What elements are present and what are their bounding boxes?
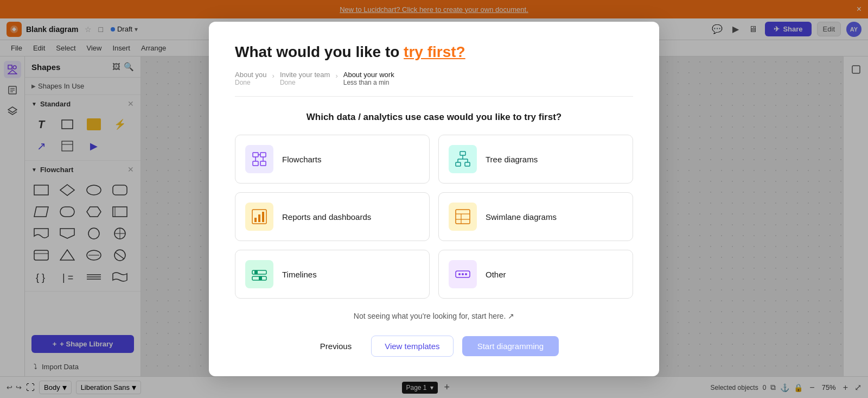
start-diagramming-button[interactable]: Start diagramming bbox=[462, 336, 559, 356]
breadcrumb-about-work: About your work Less than a min bbox=[343, 71, 394, 86]
timeline-icon-bg bbox=[245, 260, 273, 288]
options-grid: Flowcharts Tree diagrams bbox=[235, 135, 633, 299]
breadcrumb-about-work-name: About your work bbox=[343, 71, 394, 79]
svg-rect-63 bbox=[254, 270, 258, 274]
option-other[interactable]: Other bbox=[438, 250, 633, 299]
not-seeing-text: Not seeing what you're looking for, star… bbox=[235, 312, 633, 320]
flowchart-icon-bg bbox=[245, 145, 273, 173]
breadcrumb-about-you-sub: Done bbox=[235, 79, 267, 86]
svg-point-66 bbox=[458, 273, 461, 275]
tree-icon-bg bbox=[449, 145, 477, 173]
timeline-svg bbox=[251, 266, 268, 283]
modal-title-highlight: try first? bbox=[404, 43, 465, 60]
breadcrumb-invite-team-name: Invite your team bbox=[280, 71, 330, 79]
breadcrumb-sep-1: › bbox=[272, 72, 275, 80]
svg-rect-55 bbox=[258, 214, 260, 222]
onboarding-modal: What would you like to try first? About … bbox=[209, 22, 659, 376]
flowchart-svg bbox=[251, 150, 268, 168]
svg-rect-39 bbox=[253, 153, 258, 157]
other-svg bbox=[454, 266, 471, 283]
tree-label: Tree diagrams bbox=[486, 155, 538, 164]
modal-overlay: What would you like to try first? About … bbox=[0, 0, 868, 398]
svg-rect-56 bbox=[262, 212, 264, 222]
modal-footer: Previous View templates Start diagrammin… bbox=[235, 336, 633, 357]
svg-rect-42 bbox=[260, 161, 266, 166]
swimlane-svg bbox=[454, 208, 471, 225]
option-timelines[interactable]: Timelines bbox=[235, 250, 430, 299]
modal-title-prefix: What would you like to bbox=[235, 43, 404, 60]
option-reports[interactable]: Reports and dashboards bbox=[235, 192, 430, 241]
svg-rect-46 bbox=[460, 151, 465, 155]
swimlane-icon-bg bbox=[449, 203, 477, 231]
reports-icon-bg bbox=[245, 203, 273, 231]
reports-svg bbox=[251, 208, 268, 225]
not-seeing-label: Not seeing what you're looking for, star… bbox=[354, 312, 506, 320]
svg-rect-54 bbox=[254, 218, 257, 222]
breadcrumb-sep-2: › bbox=[335, 72, 337, 80]
svg-point-67 bbox=[462, 273, 464, 275]
svg-rect-48 bbox=[465, 162, 470, 166]
timeline-label: Timelines bbox=[282, 270, 317, 279]
flowchart-label: Flowcharts bbox=[282, 155, 322, 164]
breadcrumb-invite-team-sub: Done bbox=[280, 79, 330, 86]
svg-rect-40 bbox=[260, 153, 266, 157]
svg-rect-61 bbox=[252, 270, 266, 274]
option-tree-diagrams[interactable]: Tree diagrams bbox=[438, 135, 633, 184]
breadcrumb: About you Done › Invite your team Done ›… bbox=[235, 71, 633, 97]
svg-point-68 bbox=[465, 273, 467, 275]
svg-rect-57 bbox=[456, 210, 470, 224]
reports-label: Reports and dashboards bbox=[282, 212, 371, 222]
modal-question: Which data / analytics use case would yo… bbox=[235, 112, 633, 123]
previous-button[interactable]: Previous bbox=[309, 336, 362, 356]
other-icon-bg bbox=[449, 260, 477, 288]
breadcrumb-invite-team: Invite your team Done bbox=[280, 71, 330, 86]
svg-rect-64 bbox=[259, 276, 262, 280]
other-label: Other bbox=[486, 270, 506, 279]
svg-rect-41 bbox=[253, 161, 258, 166]
breadcrumb-about-work-sub: Less than a min bbox=[343, 79, 394, 86]
not-seeing-arrow-icon: ↗ bbox=[508, 312, 514, 320]
swimlane-label: Swimlane diagrams bbox=[486, 212, 557, 222]
option-swimlane[interactable]: Swimlane diagrams bbox=[438, 192, 633, 241]
tree-svg bbox=[454, 150, 471, 168]
breadcrumb-about-you: About you Done bbox=[235, 71, 267, 86]
view-templates-button[interactable]: View templates bbox=[371, 336, 453, 357]
option-flowcharts[interactable]: Flowcharts bbox=[235, 135, 430, 184]
svg-rect-47 bbox=[456, 162, 461, 166]
breadcrumb-about-you-name: About you bbox=[235, 71, 267, 79]
modal-title: What would you like to try first? bbox=[235, 43, 633, 61]
